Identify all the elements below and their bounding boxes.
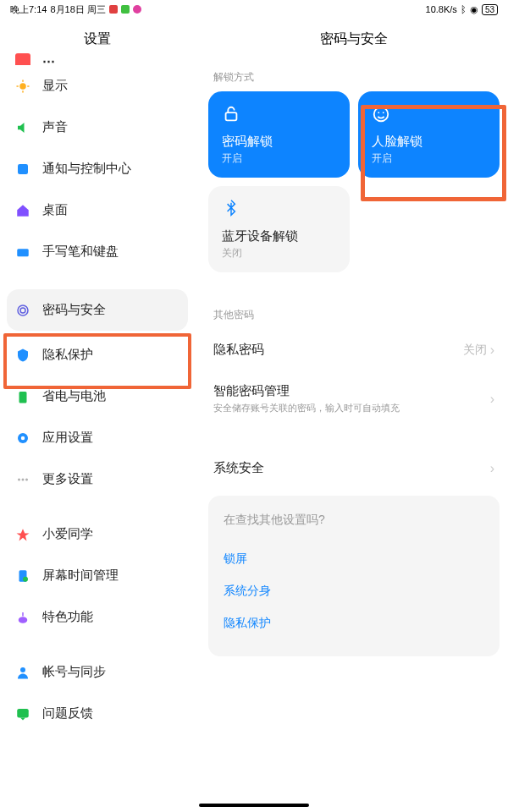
svg-point-20 [20,667,25,672]
search-question: 在查找其他设置吗? [224,513,484,528]
sidebar-label: 更多设置 [42,471,93,487]
item-system-security[interactable]: 系统安全 › [208,447,500,489]
sidebar-label: 小爱同学 [42,526,93,542]
svg-point-8 [20,308,25,313]
bluetooth-icon [222,200,240,218]
sidebar-item-声音[interactable]: 声音 [0,107,195,148]
section-other-label: 其他密码 [208,301,500,329]
sidebar-label: 屏幕时间管理 [42,568,119,584]
search-link-lockscreen[interactable]: 锁屏 [224,543,484,575]
item-smart-password[interactable]: 智能密码管理 安全储存账号关联的密码，输入时可自动填充 › [208,370,500,427]
sidebar-label: 应用设置 [42,430,93,446]
status-network: 10.8K/s [426,4,457,14]
card-password-unlock[interactable]: 密码解锁 开启 [208,91,350,178]
chevron-right-icon: › [490,392,494,407]
sidebar-label: 桌面 [42,202,68,218]
search-link-privacy[interactable]: 隐私保护 [224,607,484,639]
item-sub: 安全储存账号关联的密码，输入时可自动填充 [213,402,400,414]
sidebar-item-应用设置[interactable]: 应用设置 [0,417,195,458]
sidebar-label: 帐号与同步 [42,664,106,680]
card-title: 人脸解锁 [372,134,486,150]
sidebar-item-帐号与同步[interactable]: 帐号与同步 [0,651,195,693]
sidebar-item-问题反馈[interactable]: 问题反馈 [0,693,195,734]
sidebar-label: 声音 [42,119,68,135]
status-date: 8月18日 周三 [50,3,105,16]
sidebar-item-省电与电池[interactable]: 省电与电池 [0,376,195,417]
sidebar-item-小爱同学[interactable]: 小爱同学 [0,513,195,555]
item-title: 智能密码管理 [213,383,400,399]
card-title: 蓝牙设备解锁 [222,228,336,244]
svg-point-23 [374,107,389,122]
sidebar: 设置 ⋯ 显示声音通知与控制中心桌面手写笔和键盘 密码与安全隐私保护省电与电池应… [0,19,195,812]
sidebar-item-更多设置[interactable]: 更多设置 [0,458,195,500]
sidebar-item-手写笔和键盘[interactable]: 手写笔和键盘 [0,231,195,272]
svg-rect-9 [19,392,27,403]
status-app-icon [109,5,118,14]
sidebar-icon [15,472,30,487]
sidebar-icon [15,568,30,584]
svg-point-14 [25,478,28,480]
sidebar-icon [15,303,30,318]
sidebar-label: 问题反馈 [42,705,93,721]
sidebar-label: 手写笔和键盘 [42,244,119,260]
sidebar-item-桌面[interactable]: 桌面 [0,189,195,231]
status-app-icon [121,5,130,14]
card-sub: 开启 [372,151,486,166]
sidebar-icon [15,162,30,177]
sidebar-item-truncated[interactable]: ⋯ [0,53,195,65]
svg-rect-5 [18,164,28,174]
sidebar-icon [15,348,30,363]
sidebar-item-密码与安全[interactable]: 密码与安全 [7,289,188,331]
chevron-right-icon: › [490,343,494,358]
sidebar-label: 特色功能 [42,609,93,625]
svg-marker-15 [17,529,30,540]
svg-point-25 [383,112,384,113]
sidebar-label: 通知与控制中心 [42,161,131,177]
sidebar-item-屏幕时间管理[interactable]: 屏幕时间管理 [0,555,195,596]
svg-point-7 [18,305,28,315]
svg-point-17 [23,576,28,581]
section-unlock-label: 解锁方式 [208,63,500,91]
item-privacy-password[interactable]: 隐私密码 关闭› [208,329,500,370]
item-title: 隐私密码 [213,342,264,358]
svg-point-12 [18,478,20,480]
chevron-right-icon: › [490,461,494,476]
face-icon [372,105,390,123]
wifi-icon: ◉ [470,4,478,15]
sidebar-item-特色功能[interactable]: 特色功能 [0,596,195,638]
sidebar-title: 设置 [0,19,195,57]
search-suggestions: 在查找其他设置吗? 锁屏 系统分身 隐私保护 [208,496,500,656]
sidebar-label: 显示 [42,78,68,94]
svg-rect-19 [22,612,24,617]
status-time: 晚上7:14 [10,3,47,16]
home-indicator[interactable] [199,804,309,807]
sidebar-label: 隐私保护 [42,347,93,363]
sidebar-item-显示[interactable]: 显示 [0,65,195,107]
item-title: 系统安全 [213,460,264,476]
status-app-icon [133,5,141,14]
svg-point-24 [378,112,379,113]
svg-point-0 [19,83,26,90]
generic-icon [15,53,30,65]
sidebar-icon [15,665,30,680]
svg-rect-6 [17,249,29,256]
card-bluetooth-unlock[interactable]: 蓝牙设备解锁 关闭 [208,186,350,272]
card-title: 密码解锁 [222,134,336,150]
sidebar-item-通知与控制中心[interactable]: 通知与控制中心 [0,148,195,189]
sidebar-icon [15,79,30,94]
card-face-unlock[interactable]: 人脸解锁 开启 [358,91,500,178]
main-panel: 密码与安全 解锁方式 密码解锁 开启 人脸解锁 开启 蓝牙设备解锁 关闭 其他密… [195,19,508,812]
status-bar: 晚上7:14 8月18日 周三 10.8K/s ᛒ ◉ 53 [0,0,508,19]
sidebar-icon [15,203,30,218]
card-sub: 开启 [222,151,336,166]
svg-rect-22 [226,112,237,120]
sidebar-icon [15,527,30,542]
battery-icon: 53 [482,4,498,15]
svg-rect-21 [17,709,29,718]
card-sub: 关闭 [222,246,336,261]
item-value: 关闭 [463,343,487,358]
sidebar-icon [15,389,30,404]
search-link-secondspace[interactable]: 系统分身 [224,575,484,607]
sidebar-icon [15,706,30,721]
sidebar-item-隐私保护[interactable]: 隐私保护 [0,334,195,376]
